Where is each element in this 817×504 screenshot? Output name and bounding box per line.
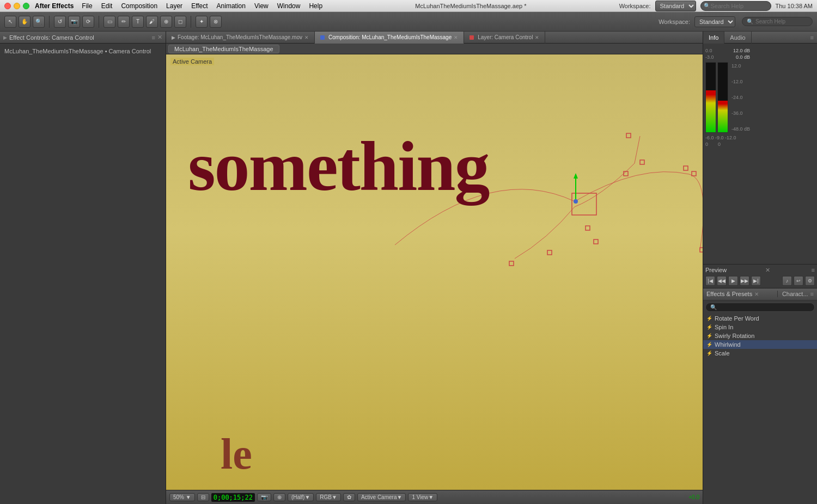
comp-motion-blur[interactable]: ⊕ [273, 493, 285, 501]
effects-item-swirly[interactable]: ⚡ Swirly Rotation [703, 331, 817, 340]
close-button[interactable] [4, 3, 11, 9]
menu-view[interactable]: View [254, 2, 269, 10]
comp-view-count[interactable]: 1 View▼ [408, 493, 437, 501]
effects-search-input[interactable] [705, 303, 815, 312]
toolbar-clone[interactable]: ⊕ [160, 16, 172, 28]
tab-info[interactable]: Info [703, 32, 724, 44]
search-help-toolbar[interactable] [755, 19, 810, 24]
effects-presets-section: Effects & Presets ✕ Charact... ≡ ⚡ Rotat… [703, 288, 817, 505]
preview-expand[interactable]: ≡ [812, 267, 815, 273]
tab-audio[interactable]: Audio [724, 32, 751, 44]
audio-panel: 0.0 12.0 dB -3.0 0.0 dB [703, 44, 817, 264]
audio-db-12: 12.0 [731, 63, 750, 69]
effect-controls-close[interactable]: ✕ [157, 34, 162, 41]
effects-item-rotate-per-word[interactable]: ⚡ Rotate Per Word [703, 314, 817, 323]
tab-composition-close[interactable]: ✕ [454, 35, 458, 40]
toolbar-eraser[interactable]: ◻ [174, 16, 186, 28]
menu-animation[interactable]: Animation [217, 2, 246, 10]
search-help-input[interactable] [700, 1, 771, 11]
audio-db-left-labels: -6.0 -9.0 -12.0 [705, 135, 736, 140]
workspace-dropdown[interactable]: Standard [694, 16, 735, 27]
svg-rect-1 [684, 166, 688, 170]
preview-step-forward[interactable]: ▶▶ [740, 276, 749, 286]
toolbar-select[interactable]: ↖ [4, 16, 16, 28]
fullscreen-button[interactable] [23, 3, 29, 9]
audio-level-right: 12.0 dB [733, 48, 750, 53]
tab-composition[interactable]: Composition: McLuhan_TheMediumIsTheMassa… [315, 32, 464, 44]
svg-rect-4 [640, 160, 644, 164]
tab-composition-label: Composition: McLuhan_TheMediumIsTheMassa… [328, 34, 452, 40]
menu-effect[interactable]: Effect [191, 2, 208, 10]
effect-controls-menu[interactable]: ≡ [152, 34, 155, 41]
workspace-label: Workspace: [619, 3, 651, 9]
character-tab[interactable]: Charact... [777, 291, 808, 297]
comp-zoom-label: 50% [173, 494, 184, 500]
toolbar-zoom[interactable]: 🔍 [33, 16, 45, 28]
effects-menu[interactable]: ≡ [810, 291, 814, 297]
svg-marker-12 [574, 173, 578, 179]
comp-zoom[interactable]: 50% ▼ [169, 493, 195, 501]
toolbar-orbit[interactable]: ⟳ [82, 16, 94, 28]
preview-controls[interactable]: |◀ ◀◀ ▶ ▶▶ ▶| ♪ ↩ ⚙ [705, 276, 815, 286]
effects-label-scale: Scale [715, 350, 730, 357]
right-panel-menu[interactable]: ≡ [807, 34, 817, 41]
effects-label-swirly: Swirly Rotation [715, 333, 754, 339]
effect-controls-header: ▶ Effect Controls: Camera Control ≡ ✕ [0, 32, 166, 44]
tab-footage-close[interactable]: ✕ [304, 35, 309, 40]
comp-quality[interactable]: (Half)▼ [288, 493, 314, 501]
effects-icon-whirlwind: ⚡ [706, 342, 712, 347]
preview-play[interactable]: ▶ [728, 276, 738, 286]
comp-snap[interactable]: 📷 [257, 493, 271, 501]
tab-layer[interactable]: Layer: Camera Control ✕ [464, 32, 545, 44]
comp-view-btn[interactable]: Active Camera▼ [357, 493, 406, 501]
tab-layer-close[interactable]: ✕ [535, 35, 539, 40]
comp-sub-tab-label[interactable]: McLuhan_TheMediumIsTheMassage [168, 45, 279, 53]
menu-window[interactable]: Window [277, 2, 301, 10]
toolbar-pin[interactable]: ⊗ [210, 16, 222, 28]
toolbar-camera[interactable]: 📷 [68, 16, 80, 28]
toolbar-paint[interactable]: 🖌 [146, 16, 158, 28]
effects-item-scale[interactable]: ⚡ Scale [703, 349, 817, 358]
preview-audio[interactable]: ♪ [782, 276, 792, 286]
preview-last-frame[interactable]: ▶| [751, 276, 761, 286]
svg-rect-10 [572, 193, 596, 215]
effects-label-spin: Spin In [715, 324, 733, 330]
workspace-select[interactable]: Standard [655, 1, 696, 11]
traffic-lights[interactable] [4, 3, 29, 9]
toolbar-rect[interactable]: ▭ [103, 16, 115, 28]
toolbar-rotate[interactable]: ↺ [54, 16, 66, 28]
composition-view: Active Camera [166, 54, 703, 490]
menu-help[interactable]: Help [309, 2, 322, 10]
effects-item-whirlwind[interactable]: ⚡ Whirlwind [703, 340, 817, 349]
audio-level-right2: 0.0 dB [736, 54, 750, 60]
menu-composition[interactable]: Composition [121, 2, 157, 10]
tab-footage[interactable]: ▶ Footage: McLuhan_TheMediumIsTheMassage… [166, 32, 315, 44]
menu-file[interactable]: File [82, 2, 92, 10]
preview-first-frame[interactable]: |◀ [705, 276, 715, 286]
svg-rect-6 [594, 239, 598, 244]
menu-edit[interactable]: Edit [101, 2, 113, 10]
preview-menu[interactable]: ✕ [765, 267, 770, 274]
toolbar-text[interactable]: T [132, 16, 144, 28]
toolbar-puppet[interactable]: ✦ [196, 16, 208, 28]
preview-step-back[interactable]: ◀◀ [717, 276, 727, 286]
effects-label-whirlwind: Whirlwind [715, 341, 741, 348]
svg-rect-2 [692, 171, 696, 176]
audio-db-48n: -48.0 dB [731, 126, 750, 132]
main-layout: ▶ Effect Controls: Camera Control ≡ ✕ Mc… [0, 32, 817, 504]
comp-controls: 50% ▼ ⊟ 0;00;15;22 📷 ⊕ (Half)▼ RGB▼ ✿ Ac… [166, 490, 703, 504]
menu-layer[interactable]: Layer [166, 2, 182, 10]
toolbar-pen[interactable]: ✏ [118, 16, 130, 28]
toolbar-hand[interactable]: ✋ [19, 16, 31, 28]
preview-loop[interactable]: ↩ [794, 276, 803, 286]
comp-sub-tab: McLuhan_TheMediumIsTheMassage [166, 44, 703, 54]
preview-settings[interactable]: ⚙ [805, 276, 815, 286]
comp-timecode[interactable]: 0;00;15;22 [211, 493, 255, 502]
effects-x-btn[interactable]: ✕ [754, 291, 759, 297]
center-area: ▶ Footage: McLuhan_TheMediumIsTheMassage… [166, 32, 703, 504]
minimize-button[interactable] [14, 3, 20, 9]
effects-item-spin-in[interactable]: ⚡ Spin In [703, 323, 817, 331]
comp-channels[interactable]: RGB▼ [316, 493, 341, 501]
comp-fit[interactable]: ⊟ [197, 493, 209, 501]
comp-exposure[interactable]: ✿ [343, 493, 355, 501]
